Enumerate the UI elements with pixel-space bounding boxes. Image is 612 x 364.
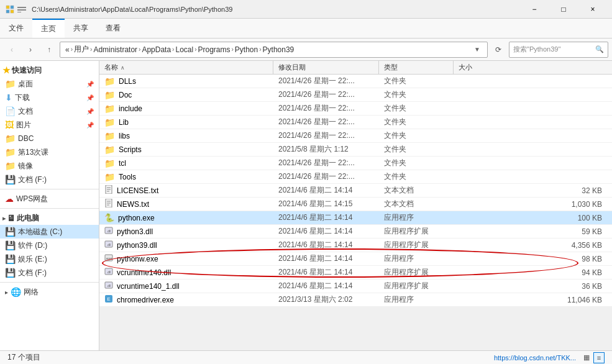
txt-icon <box>104 185 113 196</box>
sidebar-item-desktop[interactable]: 📁 桌面 📌 <box>0 77 99 91</box>
file-cell-name: 📁Doc <box>99 88 273 101</box>
minimize-button[interactable]: − <box>520 0 549 19</box>
sidebar-item-lesson13[interactable]: 📁 第13次课 <box>0 145 99 159</box>
grid-view-icon[interactable]: ▦ <box>581 352 592 363</box>
sidebar-item-docs-f[interactable]: 💾 文档 (F:) <box>0 173 99 186</box>
table-row[interactable]: .dllpython3.dll2021/4/6 星期二 14:14应用程序扩展5… <box>99 225 612 239</box>
sidebar-item-pictures[interactable]: 🖼 图片 📌 <box>0 118 99 132</box>
col-header-date[interactable]: 修改日期 <box>273 61 379 74</box>
ribbon-tab-home[interactable]: 主页 <box>32 19 65 38</box>
refresh-button[interactable]: ⟳ <box>490 42 506 58</box>
table-row[interactable]: Echromedriver.exe2021/3/13 星期六 2:02应用程序1… <box>99 293 612 307</box>
download-icon: ⬇ <box>5 93 12 102</box>
address-dropdown-btn[interactable]: ▼ <box>472 45 482 55</box>
search-placeholder: 搜索"Python39" <box>513 45 560 54</box>
file-cell-date: 2021/4/26 星期一 22:... <box>273 117 379 127</box>
table-row[interactable]: .dllvcruntime140.dll2021/4/6 星期二 14:14应用… <box>99 266 612 280</box>
folder-icon: 📁 <box>104 158 115 168</box>
file-cell-type: 文件夹 <box>379 144 454 155</box>
sidebar-item-network[interactable]: ▸ 🌐 网络 <box>0 285 99 299</box>
file-cell-type: 应用程序扩展 <box>379 240 454 250</box>
file-cell-size: 98 KB <box>454 255 612 263</box>
sidebar-item-dbc[interactable]: 📁 DBC <box>0 132 99 145</box>
docs-icon: 📄 <box>5 106 16 116</box>
sidebar-item-downloads[interactable]: ⬇ 下载 📌 <box>0 91 99 104</box>
table-row[interactable]: .dllpython39.dll2021/4/6 星期二 14:14应用程序扩展… <box>99 239 612 252</box>
col-header-name[interactable]: 名称 ∧ <box>99 61 273 74</box>
file-cell-name: 📁include <box>99 102 273 115</box>
sidebar-quick-access[interactable]: ★ 快速访问 <box>0 63 99 77</box>
status-right: https://blog.csdn.net/TKK... ▦ ≡ <box>494 352 605 363</box>
ribbon-tab-view[interactable]: 查看 <box>97 19 129 37</box>
file-name-text: include <box>119 104 142 113</box>
sidebar-item-docs[interactable]: 📄 文档 📌 <box>0 104 99 118</box>
up-button[interactable]: ↑ <box>41 42 57 58</box>
sidebar-this-pc[interactable]: ▸ 🖥 此电脑 <box>0 211 99 225</box>
folder-icon: 📁 <box>104 117 115 127</box>
file-name-text: python3.dll <box>117 227 153 236</box>
table-row[interactable]: .exepythonw.exe2021/4/6 星期二 14:14应用程序98 … <box>99 252 612 266</box>
table-row[interactable]: 📁include2021/4/26 星期一 22:...文件夹 <box>99 102 612 116</box>
file-cell-name: LICENSE.txt <box>99 184 273 197</box>
ribbon-tab-share[interactable]: 共享 <box>65 19 97 37</box>
file-cell-type: 应用程序 <box>379 294 454 305</box>
sidebar-label-drive-c: 本地磁盘 (C:) <box>18 227 62 237</box>
sidebar-label-docs-f: 文档 (F:) <box>18 175 47 185</box>
file-cell-date: 2021/4/6 星期二 14:14 <box>273 253 379 264</box>
table-row[interactable]: 📁Tools2021/4/26 星期一 22:...文件夹 <box>99 170 612 184</box>
table-row[interactable]: 📁DLLs2021/4/26 星期一 22:...文件夹 <box>99 75 612 88</box>
exe-icon: 🐍 <box>104 213 114 222</box>
svg-rect-3 <box>11 10 14 13</box>
sidebar-item-wps[interactable]: ☁ WPS网盘 <box>0 192 99 206</box>
sidebar-item-drive-c[interactable]: 💾 本地磁盘 (C:) <box>0 225 99 239</box>
txt-icon <box>104 199 113 209</box>
file-cell-date: 2021/4/6 星期二 14:14 <box>273 185 379 196</box>
close-button[interactable]: × <box>578 0 607 19</box>
back-button[interactable]: ‹ <box>4 42 20 58</box>
svg-text:.dll: .dll <box>107 284 111 288</box>
address-segments: « › 用户 › Administrator › AppData › Local… <box>65 44 470 55</box>
file-cell-name: .dllpython3.dll <box>99 225 273 238</box>
list-view-icon[interactable]: ≡ <box>593 352 605 363</box>
address-bar[interactable]: « › 用户 › Administrator › AppData › Local… <box>60 42 488 58</box>
sidebar-item-drive-d[interactable]: 💾 软件 (D:) <box>0 239 99 252</box>
folder-icon: 📁 <box>104 172 115 182</box>
svg-rect-2 <box>6 10 9 13</box>
table-row[interactable]: NEWS.txt2021/4/6 星期二 14:15文本文档1,030 KB <box>99 198 612 211</box>
ribbon-tab-file[interactable]: 文件 <box>0 19 32 37</box>
svg-text:.dll: .dll <box>107 270 111 274</box>
table-row[interactable]: LICENSE.txt2021/4/6 星期二 14:14文本文档32 KB <box>99 184 612 198</box>
sidebar-label-wps: WPS网盘 <box>16 194 48 204</box>
sidebar-item-drive-e[interactable]: 💾 娱乐 (E:) <box>0 252 99 266</box>
forward-button[interactable]: › <box>22 42 39 58</box>
table-row[interactable]: 📁Doc2021/4/26 星期一 22:...文件夹 <box>99 88 612 102</box>
file-cell-name: 📁DLLs <box>99 75 273 88</box>
file-cell-date: 2021/3/13 星期六 2:02 <box>273 294 379 305</box>
maximize-button[interactable]: □ <box>549 0 578 19</box>
file-cell-size: 1,030 KB <box>454 200 612 209</box>
table-row[interactable]: 🐍python.exe2021/4/6 星期二 14:14应用程序100 KB <box>99 211 612 225</box>
dll-icon: .dll <box>104 281 113 291</box>
svg-rect-6 <box>17 12 21 12</box>
table-row[interactable]: 📁tcl2021/4/26 星期一 22:...文件夹 <box>99 157 612 170</box>
file-cell-size: 11,046 KB <box>454 296 612 304</box>
search-bar[interactable]: 搜索"Python39" 🔍 <box>509 42 608 58</box>
sidebar-item-drive-f[interactable]: 💾 文档 (F:) <box>0 266 99 280</box>
file-cell-type: 文本文档 <box>379 185 454 196</box>
file-name-text: libs <box>119 132 130 140</box>
file-name-text: chromedriver.exe <box>117 296 174 304</box>
title-bar-controls: − □ × <box>520 0 607 19</box>
table-row[interactable]: .dllvcruntime140_1.dll2021/4/6 星期二 14:14… <box>99 280 612 293</box>
addr-seg-6: Python <box>235 45 258 54</box>
table-row[interactable]: 📁Scripts2021/5/8 星期六 1:12文件夹 <box>99 143 612 157</box>
col-header-size[interactable]: 大小 <box>454 63 612 72</box>
pin-icon: 📌 <box>86 81 94 88</box>
sidebar-label-desktop: 桌面 <box>18 79 33 89</box>
sidebar-label-drive-f: 文档 (F:) <box>18 268 47 278</box>
col-header-type[interactable]: 类型 <box>379 61 454 74</box>
file-cell-date: 2021/4/6 星期二 14:14 <box>273 240 379 250</box>
table-row[interactable]: 📁Lib2021/4/26 星期一 22:...文件夹 <box>99 116 612 129</box>
table-row[interactable]: 📁libs2021/4/26 星期一 22:...文件夹 <box>99 129 612 143</box>
file-cell-type: 文件夹 <box>379 130 454 141</box>
sidebar-item-mirror[interactable]: 📁 镜像 <box>0 159 99 173</box>
